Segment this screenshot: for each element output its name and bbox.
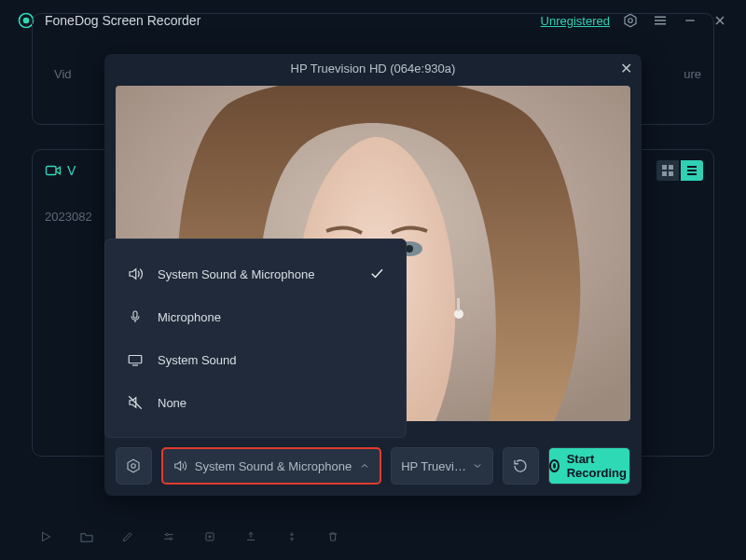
start-recording-button[interactable]: Start Recording bbox=[548, 447, 630, 485]
bottom-toolbar bbox=[37, 528, 341, 545]
grid-view-icon[interactable] bbox=[656, 160, 679, 181]
svg-point-22 bbox=[170, 538, 172, 540]
svg-rect-34 bbox=[129, 356, 142, 363]
svg-rect-33 bbox=[133, 311, 137, 318]
svg-point-32 bbox=[131, 464, 136, 469]
menu-item-label: System Sound & Microphone bbox=[158, 267, 314, 281]
record-icon bbox=[549, 459, 560, 472]
svg-rect-11 bbox=[662, 165, 667, 170]
svg-rect-14 bbox=[669, 171, 673, 176]
edit-icon[interactable] bbox=[119, 528, 136, 545]
view-toggle[interactable] bbox=[656, 160, 703, 181]
convert-icon[interactable] bbox=[201, 528, 218, 545]
menu-item-none[interactable]: None bbox=[113, 381, 398, 424]
menu-item-microphone[interactable]: Microphone bbox=[113, 295, 398, 338]
svg-rect-13 bbox=[662, 171, 667, 176]
svg-rect-30 bbox=[457, 298, 460, 311]
mode-right-fragment: ure bbox=[684, 67, 701, 81]
modal-footer: System Sound & Microphone HP Truevi… Sta… bbox=[116, 447, 630, 485]
delete-icon[interactable] bbox=[325, 528, 341, 545]
menu-item-system-and-mic[interactable]: System Sound & Microphone bbox=[113, 253, 398, 295]
svg-point-1 bbox=[23, 18, 30, 24]
svg-marker-31 bbox=[128, 459, 139, 472]
menu-item-label: None bbox=[158, 396, 186, 410]
check-icon bbox=[368, 265, 385, 284]
share-icon[interactable] bbox=[242, 528, 259, 545]
restart-icon bbox=[512, 458, 529, 474]
menu-item-label: Microphone bbox=[158, 310, 221, 324]
svg-point-28 bbox=[406, 245, 413, 253]
video-icon bbox=[45, 164, 62, 177]
menu-item-label: System Sound bbox=[158, 353, 237, 367]
audio-selected-label: System Sound & Microphone bbox=[195, 459, 352, 473]
modal-title: HP Truevision HD (064e:930a) bbox=[291, 61, 456, 75]
svg-rect-10 bbox=[47, 167, 57, 175]
recorder-settings-button[interactable] bbox=[116, 447, 152, 485]
svg-marker-18 bbox=[43, 532, 50, 540]
mic-icon bbox=[126, 308, 145, 325]
modal-header: HP Truevision HD (064e:930a) ✕ bbox=[104, 54, 642, 82]
video-tab-label: V bbox=[67, 163, 76, 178]
video-tab[interactable]: V bbox=[45, 163, 76, 178]
list-view-icon[interactable] bbox=[681, 160, 703, 181]
mute-icon bbox=[126, 394, 145, 411]
folder-icon[interactable] bbox=[78, 528, 95, 545]
compress-icon[interactable] bbox=[283, 528, 300, 545]
camera-selector[interactable]: HP Truevi… bbox=[391, 447, 493, 485]
svg-point-21 bbox=[166, 534, 168, 536]
play-icon[interactable] bbox=[37, 528, 54, 545]
gear-icon bbox=[125, 458, 142, 474]
system-sound-icon bbox=[126, 352, 145, 367]
speaker-icon bbox=[126, 266, 145, 282]
chevron-up-icon bbox=[359, 460, 370, 471]
chevron-down-icon bbox=[472, 460, 483, 471]
audio-source-selector[interactable]: System Sound & Microphone bbox=[161, 447, 381, 485]
speaker-icon bbox=[173, 458, 187, 473]
recording-list-item[interactable]: 2023082 bbox=[45, 210, 92, 224]
sliders-icon[interactable] bbox=[160, 528, 177, 545]
menu-item-system-sound[interactable]: System Sound bbox=[113, 338, 398, 381]
restart-button[interactable] bbox=[503, 447, 539, 485]
modal-close-icon[interactable]: ✕ bbox=[620, 60, 632, 77]
camera-selected-label: HP Truevi… bbox=[401, 459, 466, 473]
svg-rect-12 bbox=[669, 165, 673, 170]
audio-source-menu: System Sound & Microphone Microphone Sys… bbox=[104, 239, 407, 438]
mode-left-fragment: Vid bbox=[54, 67, 72, 81]
start-recording-label: Start Recording bbox=[567, 452, 629, 480]
